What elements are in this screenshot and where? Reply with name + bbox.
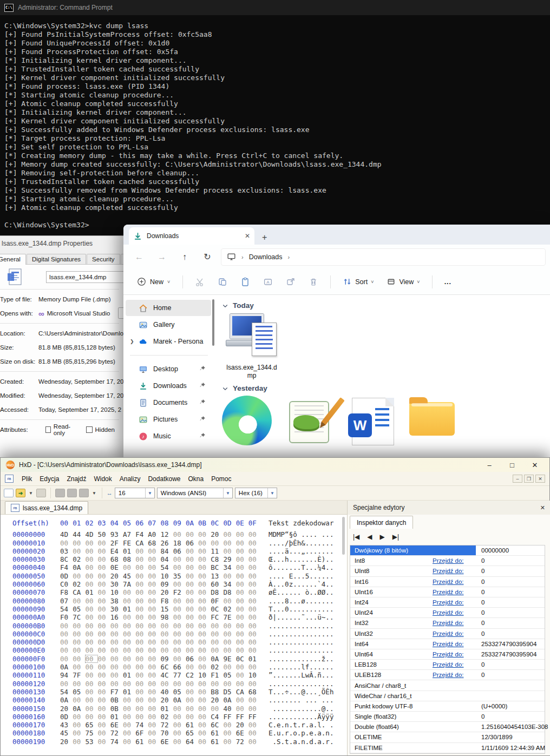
hex-row[interactable]: 000000905405000030010000150000000C020000… xyxy=(1,605,346,613)
copy-button[interactable] xyxy=(212,273,233,291)
go-to-link[interactable]: Przejdź do: xyxy=(433,620,476,626)
hex-view[interactable]: Offset(h) 000102030405060708090A0B0C0D0E… xyxy=(1,515,346,755)
hex-row[interactable]: 000000800700000038000000F80000000F000000… xyxy=(1,597,346,605)
go-to-link[interactable]: Przejdź do: xyxy=(433,609,476,616)
tools-icon[interactable] xyxy=(79,489,89,497)
menu-item-analizy[interactable]: Analizy xyxy=(116,473,145,485)
checkbox-box[interactable] xyxy=(86,426,93,433)
terminal-output[interactable]: C:\Windows\System32>kvc dump lsass[+] Fo… xyxy=(0,15,550,236)
open-file-icon[interactable]: ➜ xyxy=(16,489,25,497)
inspector-row[interactable]: Int32Przejdź do:0 xyxy=(350,618,545,628)
menu-item-plik[interactable]: Plik xyxy=(18,473,36,485)
next-offset-icon[interactable]: ▶ xyxy=(380,533,385,541)
hex-row[interactable]: 000000D000000000000000000000000000000000… xyxy=(1,638,346,646)
hex-row[interactable]: 000001400A0000000B000000200A0000200A0000… xyxy=(1,696,346,704)
share-button[interactable] xyxy=(280,273,301,291)
hex-row[interactable]: 000000500D000000204500001035000013000000… xyxy=(1,572,346,580)
tab-close-icon[interactable]: ✕ xyxy=(245,232,250,240)
inspector-row[interactable]: Int24Przejdź do:0 xyxy=(350,597,545,608)
go-to-link[interactable]: Przejdź do: xyxy=(433,661,476,668)
sidebar-item-downloads[interactable]: Downloads xyxy=(126,378,211,394)
inspector-row[interactable]: Double (float64)1.2516040454103E-308 xyxy=(350,722,545,732)
back-button[interactable]: ← xyxy=(130,249,148,265)
new-file-icon[interactable] xyxy=(4,489,14,497)
sidebar-item-documents[interactable]: Documents xyxy=(126,395,211,411)
hex-row[interactable]: 00000060C0020000307A00000900000060340000… xyxy=(1,580,346,588)
forward-button[interactable]: → xyxy=(153,249,171,265)
hex-row[interactable]: 000000B000000000000000000000000000000000… xyxy=(1,622,346,630)
go-to-link[interactable]: Przejdź do: xyxy=(433,557,476,564)
bytes-per-row-select[interactable]: 16 ▼ xyxy=(115,488,155,498)
properties-tab-security[interactable]: Security xyxy=(87,254,120,264)
minimize-icon[interactable]: – xyxy=(480,461,499,469)
hex-row[interactable]: 000000E000000000000000000000000000000000… xyxy=(1,646,346,654)
go-to-link[interactable]: Przejdź do: xyxy=(433,568,476,574)
hex-row[interactable]: 000000308C0200006808000004000000C8290000… xyxy=(1,555,346,563)
inspector-row[interactable]: UInt24Przejdź do:0 xyxy=(350,608,545,618)
panel-close-icon[interactable]: ✕ xyxy=(540,504,545,511)
maximize-icon[interactable]: □ xyxy=(503,461,521,469)
breadcrumb[interactable]: › Downloads › xyxy=(221,248,546,266)
import-icon[interactable] xyxy=(67,489,77,497)
sidebar-item-pictures[interactable]: Pictures xyxy=(126,411,211,428)
go-to-link[interactable]: Przejdź do: xyxy=(433,578,476,585)
expand-chevron-icon[interactable]: ❯ xyxy=(130,339,134,344)
delete-button[interactable] xyxy=(303,273,324,291)
refresh-button[interactable]: ↻ xyxy=(198,249,217,265)
inspector-row[interactable]: LEB128Przejdź do:0 xyxy=(350,660,545,670)
more-options-button[interactable]: ... xyxy=(439,274,457,290)
new-button[interactable]: New ˅ xyxy=(131,273,176,290)
hex-row[interactable]: 000000A0F07C00001600000098000000FC7E0000… xyxy=(1,613,346,621)
sidebar-item-home[interactable]: Home xyxy=(126,300,211,316)
mdi-minimize-icon[interactable]: – xyxy=(513,475,522,483)
previous-offset-icon[interactable]: ◀ xyxy=(367,533,372,541)
paste-button[interactable] xyxy=(235,273,256,291)
inspector-row[interactable]: Punkt kodowy UTF-8 (U+0000) xyxy=(350,701,545,712)
inspector-row[interactable]: AnsiChar / char8_t xyxy=(350,680,545,691)
inspector-row[interactable]: Dwójkowy (8 bitów)00000000 xyxy=(350,545,545,556)
inspector-row[interactable]: UInt32Przejdź do:0 xyxy=(350,629,545,639)
hex-row[interactable]: 000000F00000000000000000090006000A9E0C01… xyxy=(1,655,346,663)
hex-row[interactable]: 0000013054050000F701000040050000B8D5CA68… xyxy=(1,688,346,696)
go-to-link[interactable]: Przejdź do: xyxy=(433,672,476,678)
inspector-row[interactable]: WideChar / char16_t xyxy=(350,691,545,701)
hex-row[interactable]: 0000002003000000E40100008406000011000000… xyxy=(1,547,346,555)
save-file-icon[interactable] xyxy=(36,489,46,497)
last-offset-icon[interactable]: ▶| xyxy=(392,533,399,541)
menu-item-widok[interactable]: Widok xyxy=(90,473,115,485)
view-button[interactable]: View ˅ xyxy=(381,273,425,290)
encoding-select[interactable]: Windows (ANSI) ▼ xyxy=(157,488,233,498)
properties-tab-general[interactable]: General xyxy=(0,254,26,265)
hex-row[interactable]: 00000170430065006E007400720061006C002000… xyxy=(1,721,346,729)
new-tab-button[interactable]: + xyxy=(262,233,267,245)
go-to-link[interactable]: Przejdź do: xyxy=(433,630,476,637)
menu-item-dodatkowe[interactable]: Dodatkowe xyxy=(144,473,184,485)
file-tile-folder[interactable] xyxy=(409,402,455,439)
go-to-link[interactable]: Przejdź do: xyxy=(433,641,476,647)
go-to-link[interactable]: Przejdź do: xyxy=(433,651,476,658)
inspector-row[interactable]: FILETIME1/11/1609 12:44:39 AM xyxy=(350,743,545,753)
hxd-file-tab[interactable]: FB lsass.exe_1344.dmp xyxy=(5,501,88,514)
group-header-yesterday[interactable]: Yesterday xyxy=(222,384,550,392)
hex-row[interactable]: 0000012000000000000000000000000000000000… xyxy=(1,680,346,688)
checkbox-box[interactable] xyxy=(45,426,51,433)
properties-tab-digital-signatures[interactable]: Digital Signatures xyxy=(27,254,86,264)
hex-row[interactable]: 00000150200A00000B0000000100000000400000… xyxy=(1,705,346,713)
menu-item-edycja[interactable]: Edycja xyxy=(36,473,63,485)
sidebar-item-desktop[interactable]: Desktop xyxy=(126,361,211,377)
hex-row[interactable]: 000000004D444D5093A7F4A01200000020000000… xyxy=(1,530,346,538)
open-dropdown-icon[interactable]: ▼ xyxy=(28,491,34,496)
file-tile-edge[interactable] xyxy=(222,396,272,445)
group-header-today[interactable]: Today xyxy=(222,301,550,310)
menu-item-pomoc[interactable]: Pomoc xyxy=(207,473,235,485)
mdi-close-icon[interactable]: ✕ xyxy=(535,475,545,483)
hex-row[interactable]: 000000C000000000000000000000000000000000… xyxy=(1,630,346,638)
go-to-link[interactable]: Przejdź do: xyxy=(433,589,476,595)
sort-button[interactable]: Sort ˅ xyxy=(337,273,379,290)
checkbox-hidden[interactable]: Hidden xyxy=(86,423,115,436)
go-to-link[interactable]: Przejdź do: xyxy=(433,599,476,606)
up-button[interactable]: ↑ xyxy=(175,249,194,265)
number-base-select[interactable]: Hex (16) ▼ xyxy=(235,488,277,498)
menu-item-okna[interactable]: Okna xyxy=(184,473,207,485)
sidebar-item-gallery[interactable]: Gallery xyxy=(126,317,211,333)
